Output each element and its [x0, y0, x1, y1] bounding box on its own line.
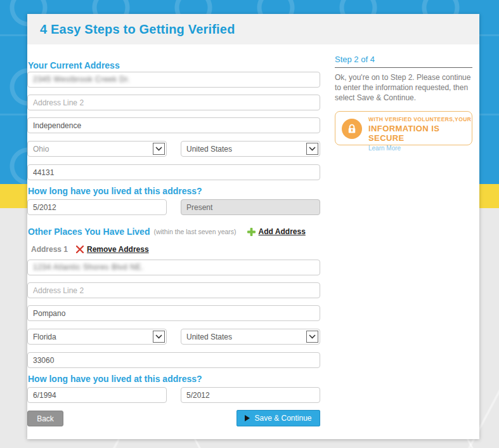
other-places-heading: Other Places You Have Lived: [28, 227, 150, 237]
current-moved-in-input[interactable]: [27, 199, 167, 215]
current-duration-heading: How long have you lived at this address?: [28, 186, 202, 196]
current-address-line2-input[interactable]: [27, 95, 320, 110]
step-heading: Step 2 of 4: [335, 55, 472, 68]
panel-header: 4 Easy Steps to Getting Verified: [27, 14, 479, 44]
address1-row: Address 1 Remove Address: [31, 244, 149, 254]
current-country-select[interactable]: United States: [181, 141, 320, 157]
other-places-header-row: Other Places You Have Lived (within the …: [28, 226, 306, 237]
redacted-address-text: 2345 Westbrook Creek Dr.: [33, 75, 130, 84]
chevron-down-icon: [153, 143, 165, 155]
other-address-line1-input[interactable]: 1234 Atlantic Shores Blvd NE.: [27, 260, 320, 275]
address1-label: Address 1: [31, 245, 68, 254]
other-city-input[interactable]: [27, 305, 320, 321]
back-button[interactable]: Back: [27, 411, 63, 426]
x-icon: [76, 246, 84, 253]
current-moved-out-input: [181, 199, 320, 215]
chevron-down-icon: [306, 143, 318, 155]
remove-address-link[interactable]: Remove Address: [76, 245, 149, 254]
save-continue-button[interactable]: Save & Continue: [237, 410, 320, 426]
other-country-select[interactable]: United States: [181, 329, 320, 345]
lock-icon: [342, 119, 362, 139]
chevron-down-icon: [306, 331, 318, 343]
current-city-input[interactable]: [27, 117, 320, 133]
other-moved-in-input[interactable]: [27, 387, 167, 403]
plus-icon: [247, 228, 256, 236]
secure-text: WITH VERIFIED VOLUNTEERS,YOUR INFORMATIO…: [368, 116, 472, 152]
step-description: Ok, you're on to Step 2. Please continue…: [335, 72, 472, 103]
other-zip-input[interactable]: [27, 352, 320, 368]
secure-line1: WITH VERIFIED VOLUNTEERS,YOUR: [368, 116, 472, 122]
other-duration-heading: How long have you lived at this address?: [28, 374, 202, 384]
main-panel: 4 Easy Steps to Getting Verified Your Cu…: [27, 14, 479, 439]
play-icon: [245, 415, 250, 421]
other-state-select[interactable]: Florida: [27, 329, 167, 345]
page-title: 4 Easy Steps to Getting Verified: [40, 22, 235, 37]
add-address-link[interactable]: Add Address: [247, 227, 306, 236]
secure-line2: INFORMATION IS SECURE: [368, 124, 472, 143]
other-moved-out-input[interactable]: [181, 387, 320, 403]
current-address-line1-input[interactable]: 2345 Westbrook Creek Dr.: [27, 72, 320, 88]
step-sidebar: Step 2 of 4 Ok, you're on to Step 2. Ple…: [335, 55, 472, 145]
current-state-select[interactable]: Ohio: [27, 141, 167, 157]
current-address-heading: Your Current Address: [28, 60, 120, 70]
other-address-line2-input[interactable]: [27, 282, 320, 298]
learn-more-link[interactable]: Learn More: [368, 145, 472, 152]
current-zip-input[interactable]: [27, 164, 320, 180]
redacted-address-text: 1234 Atlantic Shores Blvd NE.: [33, 263, 144, 272]
other-places-note: (within the last seven years): [153, 228, 236, 235]
secure-banner: WITH VERIFIED VOLUNTEERS,YOUR INFORMATIO…: [335, 111, 472, 145]
chevron-down-icon: [153, 331, 165, 343]
